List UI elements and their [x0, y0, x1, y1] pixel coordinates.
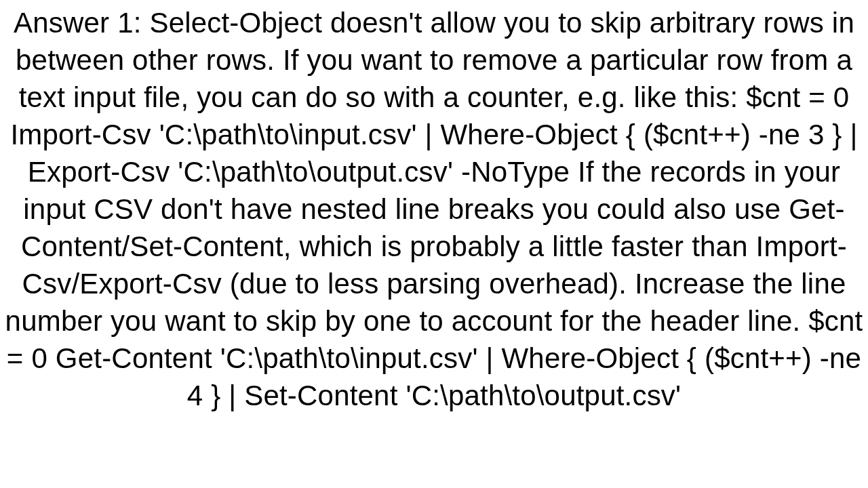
answer-body: Answer 1: Select-Object doesn't allow yo… [0, 0, 868, 488]
answer-text: Answer 1: Select-Object doesn't allow yo… [0, 4, 868, 414]
